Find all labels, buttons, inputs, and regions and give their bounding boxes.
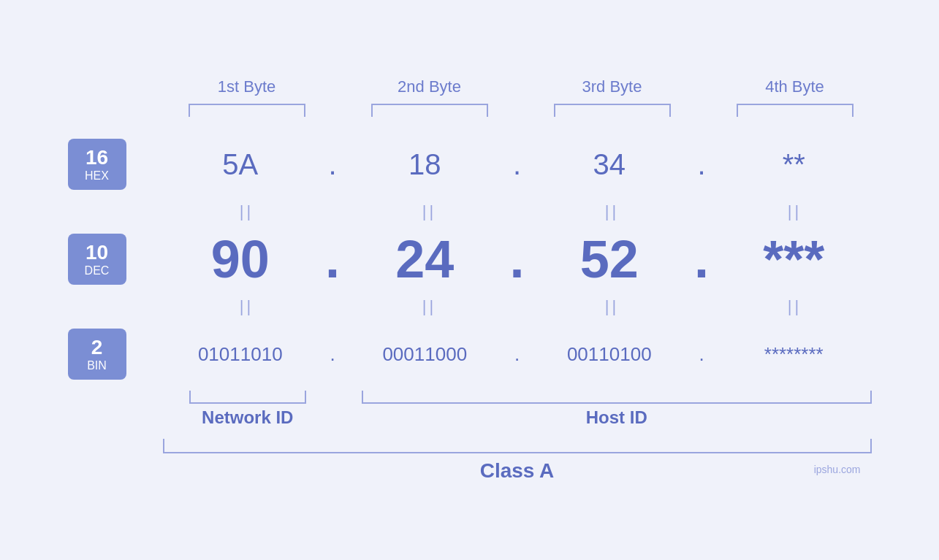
byte4-header: 4th Byte (718, 77, 872, 96)
class-bracket (163, 439, 872, 453)
dec-d1: . (318, 229, 347, 289)
hex-b1: 5A (163, 148, 319, 181)
dec-b4: *** (716, 229, 872, 289)
dec-row: 10 DEC 90 . 24 . 52 . *** (68, 226, 872, 292)
hex-d1: . (318, 148, 347, 181)
dec-b2: 24 (347, 229, 503, 289)
network-bracket (189, 391, 306, 404)
hex-b3: 34 (532, 148, 688, 181)
host-id-label: Host ID (586, 407, 647, 427)
eq1-b2: || (353, 202, 506, 221)
dec-label: DEC (85, 265, 110, 277)
bin-d3: . (687, 343, 716, 366)
bin-badge: 2 BIN (68, 329, 126, 380)
bracket-top-3 (554, 104, 671, 117)
class-label: Class A (480, 459, 555, 482)
dec-num: 10 (85, 242, 108, 263)
bin-label: BIN (87, 360, 107, 372)
eq2-b3: || (536, 297, 689, 316)
dec-badge: 10 DEC (68, 234, 126, 285)
hex-d2: . (503, 148, 532, 181)
bin-d1: . (318, 343, 347, 366)
bracket-top-4 (737, 104, 854, 117)
hex-b4: ** (716, 148, 872, 181)
hex-label: HEX (85, 170, 109, 182)
bin-d2: . (503, 343, 532, 366)
bin-num: 2 (91, 337, 103, 358)
hex-num: 16 (85, 147, 108, 168)
hex-d3: . (687, 148, 716, 181)
byte1-header: 1st Byte (170, 77, 324, 96)
equals-row-2: || || || || (170, 292, 872, 321)
eq1-b3: || (536, 202, 689, 221)
bracket-top-1 (189, 104, 305, 117)
eq1-b1: || (170, 202, 324, 221)
byte2-header: 2nd Byte (353, 77, 506, 96)
eq1-b4: || (718, 202, 872, 221)
hex-row: 16 HEX 5A . 18 . 34 . ** (68, 131, 872, 197)
bin-b1: 01011010 (163, 343, 319, 366)
bin-b4: ******** (716, 343, 872, 366)
bracket-top-2 (371, 104, 488, 117)
dec-d3: . (687, 229, 716, 289)
bin-b3: 00110100 (532, 343, 688, 366)
watermark: ipshu.com (814, 464, 861, 475)
hex-badge: 16 HEX (68, 139, 126, 190)
equals-row-1: || || || || (170, 197, 872, 226)
dec-d2: . (503, 229, 532, 289)
network-id-label: Network ID (202, 407, 293, 427)
eq2-b2: || (353, 297, 506, 316)
bin-b2: 00011000 (347, 343, 503, 366)
dec-b1: 90 (163, 229, 319, 289)
hex-b2: 18 (347, 148, 503, 181)
byte3-header: 3rd Byte (536, 77, 689, 96)
eq2-b4: || (718, 297, 872, 316)
host-bracket (362, 391, 872, 404)
dec-b3: 52 (532, 229, 688, 289)
bin-row: 2 BIN 01011010 . 00011000 . 00110100 . *… (68, 321, 872, 387)
eq2-b1: || (170, 297, 324, 316)
